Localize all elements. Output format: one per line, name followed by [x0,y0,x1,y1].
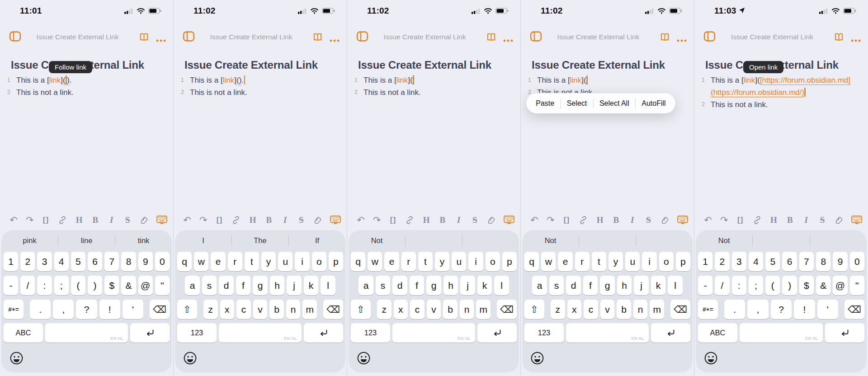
key-symbol[interactable]: @ [833,276,847,295]
key-t[interactable]: t [418,252,433,271]
key-w[interactable]: w [541,252,556,271]
shift-key[interactable]: ⇧ [351,300,371,319]
return-key[interactable] [477,323,517,343]
dismiss-keyboard-icon[interactable] [677,215,689,226]
pen-icon[interactable] [313,216,322,225]
symbols-key[interactable]: #+= [4,300,24,319]
key-c[interactable]: c [410,300,425,319]
key-symbol[interactable]: & [121,276,136,295]
heading-icon[interactable]: H [75,215,84,225]
strikethrough-icon[interactable]: S [470,215,479,225]
pen-icon[interactable] [660,216,670,225]
line-content[interactable]: This is a [link](). [190,74,245,86]
prediction-slot-2[interactable] [406,236,462,245]
key-n[interactable]: n [633,300,648,319]
key-symbol[interactable]: / [715,276,729,295]
backspace-key[interactable]: ⌫ [844,300,864,319]
key-4[interactable]: 4 [749,252,763,271]
key-k[interactable]: k [304,276,319,295]
numbers-key[interactable]: 123 [351,323,390,343]
sidebar-toggle-icon[interactable] [183,30,195,44]
key-y[interactable]: y [261,252,276,271]
key-6[interactable]: 6 [782,252,797,271]
undo-icon[interactable]: ↶ [530,216,539,225]
key-l[interactable]: l [321,276,335,295]
key-symbol[interactable]: ; [749,276,763,295]
bold-icon[interactable]: B [91,215,100,225]
key-symbol[interactable]: " [155,276,170,295]
emoji-keyboard-icon[interactable] [356,351,371,366]
shift-key[interactable]: ⇧ [524,300,544,319]
return-key[interactable] [825,323,864,343]
reading-view-icon[interactable] [486,32,497,44]
key-symbol[interactable]: $ [799,276,814,295]
sidebar-toggle-icon[interactable] [530,30,542,44]
prediction-slot-1[interactable]: Not [349,236,405,245]
key-g[interactable]: g [253,276,268,295]
letters-key[interactable]: ABC [698,323,737,343]
sidebar-toggle-icon[interactable] [703,30,716,44]
key-p[interactable]: p [329,252,343,271]
key-k[interactable]: k [477,276,492,295]
key-3[interactable]: 3 [732,252,746,271]
key-9[interactable]: 9 [138,252,153,271]
bold-icon[interactable]: B [438,215,447,225]
key-b[interactable]: b [617,300,631,319]
key-0[interactable]: 0 [155,252,170,271]
key-1[interactable]: 1 [698,252,712,271]
key-b[interactable]: b [443,300,458,319]
prediction-slot-1[interactable]: I [175,236,231,245]
line-content[interactable]: This is a [link]( [537,74,588,86]
editor-area[interactable]: 1This is a [link]([https://forum.obsidia… [694,74,865,111]
undo-icon[interactable]: ↶ [183,216,192,225]
key-5[interactable]: 5 [71,252,85,271]
key-l[interactable]: l [494,276,509,295]
line-content[interactable]: This is not a link. [711,99,768,111]
key-f[interactable]: f [410,276,425,295]
prediction-slot-2[interactable] [753,236,809,245]
return-key[interactable] [651,323,690,343]
key-symbol[interactable]: ) [88,276,102,295]
space-key[interactable]: EN NL [566,323,649,343]
key-8[interactable]: 8 [816,252,830,271]
key-x[interactable]: x [394,300,408,319]
key-symbol[interactable]: ? [771,300,792,319]
bold-icon[interactable]: B [785,215,794,225]
key-o[interactable]: o [312,252,326,271]
pen-icon[interactable] [139,216,149,225]
backspace-key[interactable]: ⌫ [497,300,517,319]
menu-item-paste[interactable]: Paste [533,99,557,108]
key-a[interactable]: a [359,276,373,295]
sidebar-toggle-icon[interactable] [356,30,368,44]
key-d[interactable]: d [566,276,581,295]
key-j[interactable]: j [460,276,475,295]
key-4[interactable]: 4 [54,252,69,271]
italic-icon[interactable]: I [281,215,290,225]
menu-item-select[interactable]: Select [565,99,589,108]
key-symbol[interactable]: . [30,300,51,319]
emoji-keyboard-icon[interactable] [703,351,718,366]
key-j[interactable]: j [287,276,302,295]
key-s[interactable]: s [549,276,564,295]
dismiss-keyboard-icon[interactable] [156,215,168,226]
return-key[interactable] [304,323,343,343]
line-content[interactable]: (https://forum.obsidian.md/) [711,86,806,99]
key-7[interactable]: 7 [104,252,119,271]
key-symbol[interactable]: " [850,276,864,295]
key-x[interactable]: x [220,300,235,319]
strikethrough-icon[interactable]: S [818,215,827,225]
heading-icon[interactable]: H [248,215,257,225]
space-key[interactable]: EN NL [45,323,128,343]
more-options-icon[interactable] [851,36,861,44]
editor-area[interactable]: 1This is a [link](2This is not a link. [347,74,518,99]
key-t[interactable]: t [245,252,259,271]
key-symbol[interactable]: ( [71,276,85,295]
key-symbol[interactable]: - [4,276,18,295]
key-symbol[interactable]: : [37,276,52,295]
prediction-slot-2[interactable]: The [232,236,288,245]
more-options-icon[interactable] [677,36,687,44]
key-c[interactable]: c [584,300,598,319]
italic-icon[interactable]: I [107,215,116,225]
key-u[interactable]: u [278,252,292,271]
reading-view-icon[interactable] [138,32,150,44]
